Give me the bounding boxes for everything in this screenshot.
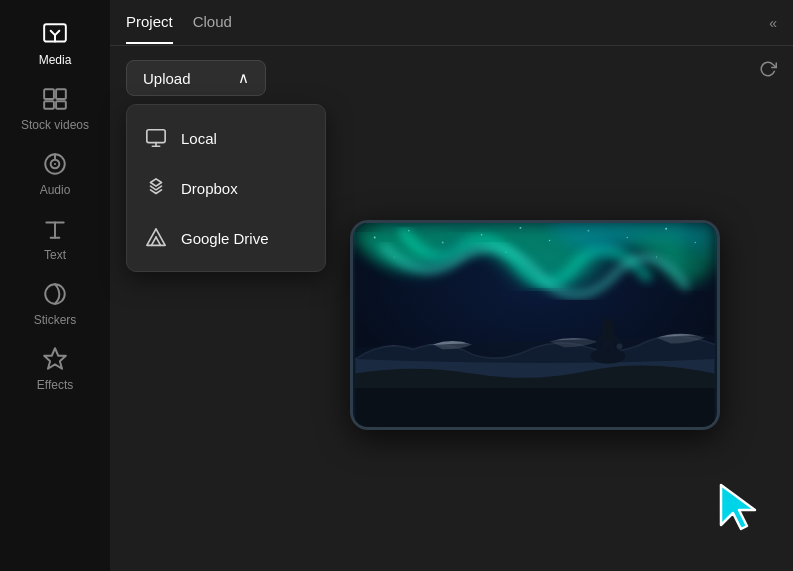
- tabs-nav: Project Cloud: [126, 1, 232, 44]
- drive-icon: [145, 227, 167, 249]
- collapse-button[interactable]: «: [769, 15, 777, 31]
- sidebar-item-text[interactable]: Text: [0, 205, 110, 270]
- sidebar-item-effects[interactable]: Effects: [0, 335, 110, 400]
- svg-rect-3: [56, 89, 66, 99]
- sidebar-item-audio[interactable]: Audio: [0, 140, 110, 205]
- tab-cloud[interactable]: Cloud: [193, 1, 232, 44]
- sidebar-item-media-label: Media: [39, 53, 72, 67]
- upload-dropdown: Local Dropbox: [126, 104, 326, 272]
- aurora-image-card: [350, 220, 720, 430]
- svg-rect-15: [147, 130, 165, 143]
- dropdown-item-google-drive[interactable]: Google Drive: [127, 213, 325, 263]
- svg-rect-2: [44, 89, 54, 99]
- svg-point-8: [54, 163, 56, 165]
- sidebar-item-audio-label: Audio: [40, 183, 71, 197]
- dropbox-icon: [145, 177, 167, 199]
- sidebar: Media Stock videos Audio Text Stickers E…: [0, 0, 110, 571]
- cursor-arrow: [713, 481, 761, 529]
- svg-point-13: [45, 285, 65, 305]
- monitor-icon: [145, 127, 167, 149]
- refresh-button[interactable]: [759, 60, 777, 82]
- sidebar-item-stickers[interactable]: Stickers: [0, 270, 110, 335]
- dropdown-item-local[interactable]: Local: [127, 113, 325, 163]
- svg-rect-40: [603, 319, 613, 327]
- panel-body: Upload ∧ Local: [110, 46, 793, 110]
- upload-chevron: ∧: [238, 69, 249, 87]
- svg-rect-5: [56, 101, 66, 109]
- sidebar-item-stickers-label: Stickers: [34, 313, 77, 327]
- svg-marker-44: [721, 485, 755, 529]
- sidebar-item-effects-label: Effects: [37, 378, 73, 392]
- svg-line-20: [156, 237, 161, 245]
- stock-videos-icon: [41, 85, 69, 113]
- upload-label: Upload: [143, 70, 191, 87]
- upload-button[interactable]: Upload ∧: [126, 60, 266, 96]
- sidebar-item-text-label: Text: [44, 248, 66, 262]
- svg-marker-14: [44, 349, 66, 370]
- sidebar-item-stock-videos[interactable]: Stock videos: [0, 75, 110, 140]
- main-panel: Project Cloud « Upload ∧: [110, 0, 793, 571]
- effects-icon: [41, 345, 69, 373]
- dropdown-item-dropbox[interactable]: Dropbox: [127, 163, 325, 213]
- google-drive-label: Google Drive: [181, 230, 269, 247]
- text-icon: [41, 215, 69, 243]
- media-icon: [41, 20, 69, 48]
- svg-rect-4: [44, 101, 54, 109]
- sidebar-item-stock-label: Stock videos: [21, 118, 89, 132]
- svg-line-19: [151, 237, 156, 245]
- tabs-header: Project Cloud «: [110, 0, 793, 46]
- stickers-icon: [41, 280, 69, 308]
- dropbox-label: Dropbox: [181, 180, 238, 197]
- sidebar-item-media[interactable]: Media: [0, 10, 110, 75]
- svg-rect-35: [355, 388, 714, 427]
- local-label: Local: [181, 130, 217, 147]
- tab-project[interactable]: Project: [126, 1, 173, 44]
- audio-icon: [41, 150, 69, 178]
